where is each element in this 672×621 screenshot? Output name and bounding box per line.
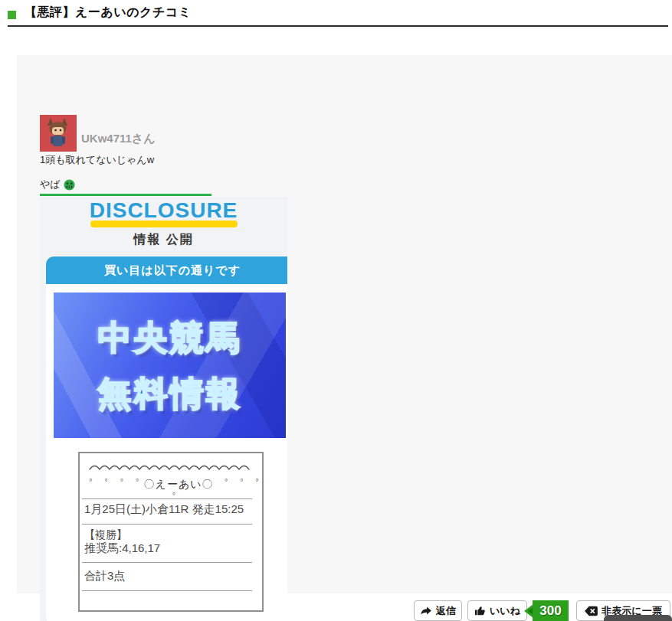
ticket-divider bbox=[82, 524, 252, 525]
review-page: 【悪評】えーあいのクチコミ UKw4711さん 1頭も取れてないじゃんw やば bbox=[0, 0, 672, 621]
nauseated-face-emoji-icon bbox=[64, 179, 75, 191]
ticket-divider bbox=[82, 590, 252, 591]
disclosure-subtitle: 情報 公開 bbox=[40, 232, 287, 248]
avatar-character-icon bbox=[40, 115, 77, 152]
keiba-free-info-graphic: 中央競馬 無料情報 bbox=[54, 293, 286, 438]
reply-arrow-icon bbox=[420, 606, 432, 616]
ticket-total-points: 合計3点 bbox=[84, 569, 125, 583]
ticket-divider bbox=[82, 562, 252, 563]
reply-button[interactable]: 返信 bbox=[414, 600, 462, 621]
attached-promo-image[interactable]: DISCLOSURE 情報 公開 買い目は以下の通りです 中央競馬 無料情報 bbox=[40, 197, 287, 621]
tooltip-fragment bbox=[604, 615, 672, 621]
buy-list-card: 買い目は以下の通りです 中央競馬 無料情報 ゜ ゜ ゜ ゜ 〇えーあい〇 ゜ ゜… bbox=[46, 257, 287, 621]
like-count-badge: 300 bbox=[533, 600, 569, 621]
like-button[interactable]: いいね bbox=[467, 600, 527, 621]
green-underline-divider bbox=[40, 194, 211, 196]
ticket-brand-name: ゜ ゜ ゜ ゜ 〇えーあい〇 ゜ ゜ ゜ ゜ bbox=[80, 478, 262, 505]
ticket-bet-type: 【複勝】 bbox=[84, 528, 127, 542]
header-divider bbox=[8, 25, 668, 27]
green-square-bullet-icon bbox=[8, 11, 16, 19]
user-avatar bbox=[40, 115, 77, 152]
buy-list-banner: 買い目は以下の通りです bbox=[46, 257, 287, 284]
reply-button-label: 返信 bbox=[436, 604, 456, 618]
comment-text-line1: 1頭も取れてないじゃんw bbox=[40, 153, 154, 167]
graphic-text-line2: 無料情報 bbox=[54, 365, 286, 421]
comment-text-line2-text: やば bbox=[40, 178, 61, 191]
ticket-race-info: 1月25日(土)小倉11R 発走15:25 bbox=[84, 502, 244, 517]
ticket-divider bbox=[82, 498, 252, 499]
graphic-text-line1: 中央競馬 bbox=[54, 309, 286, 365]
disclosure-title: DISCLOSURE bbox=[40, 198, 287, 223]
bet-ticket: ゜ ゜ ゜ ゜ 〇えーあい〇 ゜ ゜ ゜ ゜ 1月25日(土)小倉11R 発走1… bbox=[78, 452, 264, 612]
comment-text-line2: やば bbox=[40, 178, 75, 191]
review-comment-panel: UKw4711さん 1頭も取れてないじゃんw やば DISCLOSURE 情報 … bbox=[17, 55, 672, 593]
comment-username: UKw4711さん bbox=[81, 132, 156, 146]
ticket-recommended-horses: 推奨馬:4,16,17 bbox=[84, 541, 160, 556]
like-button-label: いいね bbox=[490, 604, 520, 618]
block-tag-icon bbox=[585, 606, 598, 616]
thumbs-up-icon bbox=[474, 605, 486, 616]
page-title: 【悪評】えーあいのクチコミ bbox=[25, 5, 192, 21]
ticket-scallop-border bbox=[89, 462, 251, 471]
buy-list-card-body: 中央競馬 無料情報 ゜ ゜ ゜ ゜ 〇えーあい〇 ゜ ゜ ゜ ゜ 1月25日(土… bbox=[46, 284, 287, 621]
